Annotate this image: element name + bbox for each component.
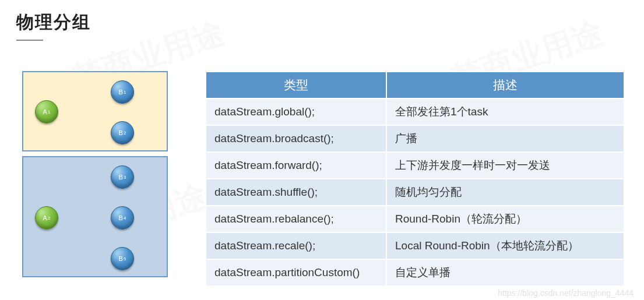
node-b3: B3	[111, 165, 134, 189]
table-cell-type: dataStream.recale();	[206, 232, 386, 259]
table-cell-desc: 全部发往第1个task	[386, 98, 624, 125]
node-label-base: B	[119, 214, 123, 221]
table-row: dataStream.rebalance();Round-Robin（轮流分配）	[206, 206, 624, 232]
diagram-bottom-box: B3A2B4B5	[22, 156, 168, 277]
table-cell-type: dataStream.rebalance();	[206, 206, 386, 232]
table-cell-desc: 上下游并发度一样时一对一发送	[386, 152, 624, 179]
table-cell-desc: 广播	[386, 125, 624, 152]
node-b5: B5	[111, 247, 134, 270]
node-label-base: B	[119, 174, 123, 181]
table-row: dataStream.shuffle();随机均匀分配	[206, 179, 624, 206]
table-row: dataStream.recale();Local Round-Robin（本地…	[206, 232, 624, 259]
title-underline	[16, 40, 43, 41]
table-cell-desc: 随机均匀分配	[386, 179, 624, 206]
node-a1: A1	[35, 100, 58, 123]
table-cell-desc: Round-Robin（轮流分配）	[386, 206, 624, 232]
node-a2: A2	[35, 206, 58, 230]
partition-table: 类型 描述 dataStream.global();全部发往第1个taskdat…	[205, 71, 625, 287]
diagram-top-box: A1B1B2	[22, 71, 168, 151]
node-label-sub: 2	[124, 130, 126, 136]
node-label-sub: 5	[124, 256, 126, 262]
watermark-url: https://blog.csdn.net/zhanglong_4444	[498, 288, 634, 298]
table-row: dataStream.broadcast();广播	[206, 125, 624, 152]
table-row: dataStream.partitionCustom()自定义单播	[206, 259, 624, 286]
table-row: dataStream.global();全部发往第1个task	[206, 98, 624, 125]
table-row: dataStream.forward();上下游并发度一样时一对一发送	[206, 152, 624, 179]
node-b2: B2	[111, 121, 134, 144]
table-header-type: 类型	[206, 72, 386, 98]
table-cell-type: dataStream.shuffle();	[206, 179, 386, 206]
node-label-sub: 2	[48, 216, 50, 221]
partition-table-wrap: 类型 描述 dataStream.global();全部发往第1个taskdat…	[205, 71, 625, 287]
node-label-base: A	[43, 214, 47, 221]
table-cell-type: dataStream.broadcast();	[206, 125, 386, 152]
node-label-sub: 3	[124, 175, 126, 180]
table-header-desc: 描述	[386, 72, 624, 98]
node-label-base: B	[119, 129, 123, 136]
node-label-sub: 4	[124, 216, 126, 221]
node-b1: B1	[111, 80, 134, 104]
node-label-sub: 1	[124, 90, 126, 95]
page-title: 物理分组	[16, 10, 91, 34]
table-cell-desc: Local Round-Robin（本地轮流分配）	[386, 232, 624, 259]
node-label-base: A	[43, 108, 47, 115]
table-cell-desc: 自定义单播	[386, 259, 624, 286]
node-label-base: B	[119, 89, 123, 96]
node-label-sub: 1	[48, 110, 50, 115]
partition-diagram: A1B1B2 B3A2B4B5	[22, 71, 168, 277]
table-cell-type: dataStream.partitionCustom()	[206, 259, 386, 286]
node-b4: B4	[111, 206, 134, 230]
table-cell-type: dataStream.forward();	[206, 152, 386, 179]
table-cell-type: dataStream.global();	[206, 98, 386, 125]
node-label-base: B	[119, 255, 123, 262]
